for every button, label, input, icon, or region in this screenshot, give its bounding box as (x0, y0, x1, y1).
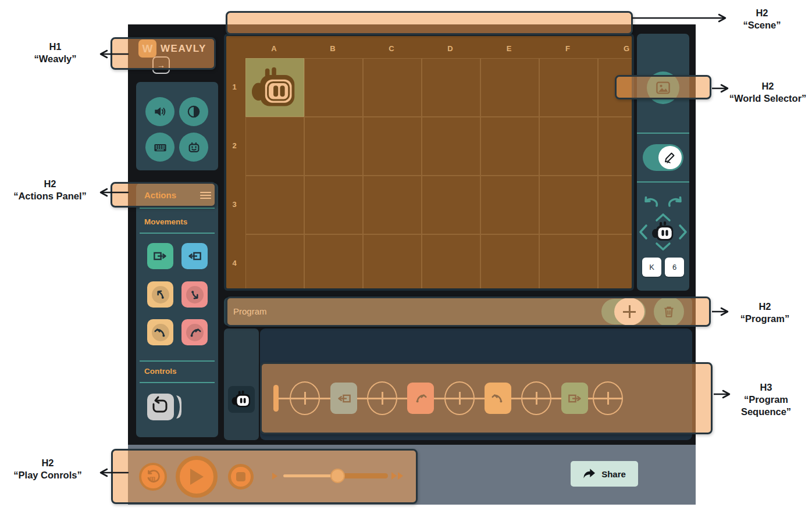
divider (140, 208, 215, 209)
divider (637, 133, 689, 134)
scene-cell-D1[interactable] (422, 58, 480, 117)
program-character-tile[interactable] (228, 386, 255, 413)
scene-cell-A4[interactable] (245, 234, 304, 291)
scene-cell-D3[interactable] (422, 176, 480, 234)
callout-program-sequence: H3“Program Sequence” (728, 381, 804, 418)
scene-column-label: C (368, 44, 415, 53)
rotate-left-icon (642, 197, 660, 208)
highlight-program (226, 296, 711, 327)
scene-cell-E1[interactable] (480, 58, 539, 117)
share-label: Share (601, 469, 626, 479)
backward-icon (187, 248, 202, 264)
scene-row-label: 2 (229, 141, 240, 150)
highlight-program-sequence (260, 362, 713, 434)
scene-cell-B3[interactable] (304, 176, 363, 234)
scene-cell-A3[interactable] (245, 176, 304, 234)
character-position-icon (651, 221, 675, 245)
callout-scene: H2“Scene” (727, 7, 797, 31)
contrast-icon (186, 104, 201, 119)
scene-cell-G3[interactable] (598, 176, 634, 234)
loop-icon (147, 393, 186, 421)
scene-cell-C1[interactable] (363, 58, 422, 117)
callout-arrow-program-sequence (714, 390, 736, 399)
move-right-button[interactable] (678, 224, 688, 242)
scene-column-label: B (309, 44, 356, 53)
scene-column-label: G (603, 44, 634, 53)
scene-cell-B1[interactable] (304, 58, 363, 117)
callout-arrow-play-controls (95, 468, 129, 477)
divider (637, 181, 689, 183)
scene-cell-E3[interactable] (480, 176, 539, 234)
scene-cell-C4[interactable] (363, 234, 422, 291)
robot-character-icon (250, 65, 299, 110)
callout-arrow-scene (632, 13, 732, 23)
draw-mode-toggle[interactable] (643, 144, 683, 171)
movements-section-label: Movements (144, 217, 187, 226)
robot-face-icon (186, 140, 202, 155)
scene-cell-A2[interactable] (245, 117, 304, 176)
share-button[interactable]: Share (571, 461, 638, 487)
scene-cell-E2[interactable] (480, 117, 539, 176)
robot-mode-button[interactable] (179, 133, 208, 162)
pencil-icon (663, 151, 677, 165)
highlight-scene (226, 11, 633, 35)
highlight-play-controls (111, 449, 418, 504)
scene: ABCDEFG1234 (224, 34, 634, 291)
scene-column-label: E (486, 44, 532, 53)
callout-arrow-program (712, 307, 734, 316)
turn-left-45-icon (153, 287, 168, 302)
callout-arrow-world-selector (712, 84, 734, 93)
scene-row-label: 1 (229, 83, 240, 91)
chevron-right-icon (678, 224, 688, 240)
scene-cell-D2[interactable] (422, 117, 480, 176)
callout-weavly: H1“Weavly” (9, 41, 102, 65)
scene-cell-E4[interactable] (480, 234, 539, 291)
action-forward-button[interactable] (147, 243, 173, 269)
scene-cell-F4[interactable] (539, 234, 598, 291)
share-icon (583, 468, 596, 480)
callout-actions-panel: H2“Actions Panel” (0, 178, 100, 202)
scene-cell-D4[interactable] (422, 234, 480, 291)
controls-section-label: Controls (144, 367, 177, 376)
world-key-k[interactable]: K (642, 258, 661, 277)
action-turn-right-45-button[interactable] (181, 281, 208, 308)
character-icon (231, 390, 252, 409)
world-key-6[interactable]: 6 (665, 258, 684, 277)
scene-column-label: D (427, 44, 473, 53)
scene-cell-G2[interactable] (598, 117, 634, 176)
chevron-left-icon (639, 224, 648, 240)
callout-program: H2“Program” (729, 301, 800, 325)
turn-right-90-icon (187, 325, 202, 340)
move-left-button[interactable] (639, 224, 648, 242)
rotate-right-button[interactable] (667, 197, 684, 210)
scene-cell-F1[interactable] (539, 58, 598, 117)
scene-column-label: A (251, 44, 297, 53)
turn-left-90-icon (153, 325, 168, 340)
callout-arrow-weavly (95, 49, 129, 59)
keyboard-icon (152, 140, 168, 155)
scene-character[interactable] (250, 65, 299, 113)
callout-arrow-actions-panel (95, 188, 129, 197)
action-turn-left-45-button[interactable] (147, 281, 173, 308)
speaker-icon (152, 104, 168, 119)
scene-cell-C3[interactable] (363, 176, 422, 234)
keyboard-button[interactable] (145, 133, 174, 162)
scene-cell-B4[interactable] (304, 234, 363, 291)
scene-cell-F2[interactable] (539, 117, 598, 176)
weavly-annotated-screenshot: W WEAVLY → (0, 0, 812, 518)
scene-column-label: F (544, 44, 591, 53)
action-turn-left-90-button[interactable] (147, 319, 173, 345)
action-backward-button[interactable] (181, 243, 208, 269)
scene-cell-C2[interactable] (363, 117, 422, 176)
scene-cell-B2[interactable] (304, 117, 363, 176)
scene-cell-F3[interactable] (539, 176, 598, 234)
action-turn-right-90-button[interactable] (181, 319, 208, 345)
divider (140, 360, 215, 362)
action-loop-button[interactable] (147, 393, 186, 421)
audio-button[interactable] (145, 97, 174, 126)
rotate-left-button[interactable] (642, 197, 660, 210)
contrast-button[interactable] (179, 97, 208, 126)
scene-cell-G4[interactable] (598, 234, 634, 291)
forward-icon (152, 248, 168, 264)
utility-panel (136, 82, 218, 170)
